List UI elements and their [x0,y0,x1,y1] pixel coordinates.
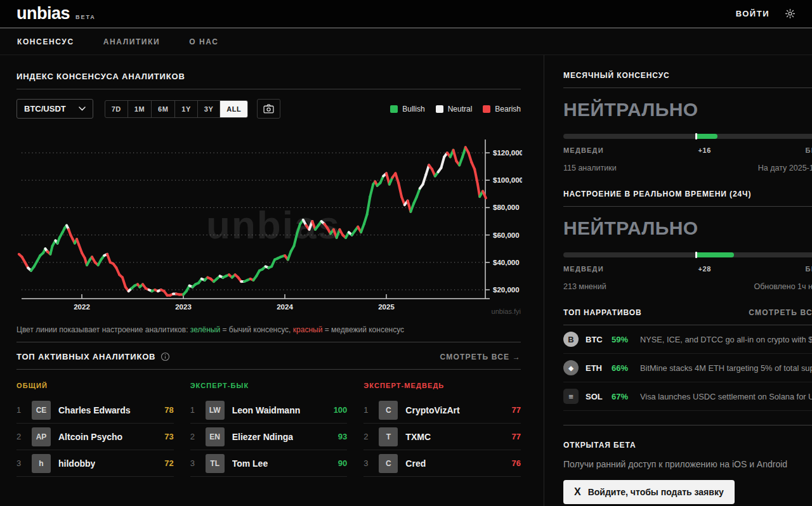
apply-login-button[interactable]: X Войдите, чтобы подать заявку [563,480,735,504]
avatar: T [379,427,398,446]
narratives-title: ТОП НАРРАТИВОВ [563,308,642,317]
eth-coin-icon: ◆ [563,360,579,375]
logo-wrap: unbias BETA [16,4,96,23]
analyst-name: Charles Edwards [58,405,131,415]
analyst-score: 72 [159,458,173,468]
analyst-row[interactable]: 3CCred76 [363,450,521,477]
analyst-row[interactable]: 2APAltcoin Psycho73 [16,424,174,450]
svg-text:$40,000: $40,000 [493,259,520,266]
analyst-score: 100 [329,405,348,415]
svg-text:$20,000: $20,000 [493,286,520,294]
analyst-rank: 2 [190,432,201,441]
gauge-value: +16 [698,146,711,154]
monthly-consensus-state: НЕЙТРАЛЬНО [563,99,812,120]
gear-icon[interactable] [785,8,796,19]
timeframe-button-7d[interactable]: 7D [105,101,128,117]
gauge-right-label: БЫКИ [806,265,812,273]
svg-text:$80,000: $80,000 [493,204,520,211]
analyst-row[interactable]: 3TLTom Lee90 [190,450,348,477]
camera-button[interactable] [257,99,280,119]
svg-text:2022: 2022 [74,303,90,311]
timeframe-button-1y[interactable]: 1Y [175,101,197,117]
analyst-name: CryptoVizArt [405,405,459,415]
narrative-symbol: BTC [586,335,605,344]
analysts-see-all-link[interactable]: СМОТРЕТЬ ВСЕ → [440,353,521,361]
narratives-list: BBTC59%NYSE, ICE, and DTCC go all-in on … [563,325,812,411]
analyst-name: Cred [405,458,426,469]
pair-select[interactable]: BTC/USDT [16,99,93,119]
analyst-score: 73 [159,432,173,441]
svg-text:2025: 2025 [378,303,395,311]
analyst-score: 76 [507,458,521,468]
nav-item-1[interactable]: АНАЛИТИКИ [103,37,160,46]
main-nav: КОНСЕНСУСАНАЛИТИКИО НАС [0,29,812,55]
analysts-header: ТОП АКТИВНЫХ АНАЛИТИКОВ СМОТРЕТЬ ВСЕ → [16,352,521,361]
gauge-center-marker [695,252,697,258]
analyst-rank: 1 [363,405,374,415]
analyst-score: 93 [333,432,347,441]
open-beta-text: Получи ранний доступ к приложению на iOS… [563,459,812,469]
analyst-row[interactable]: 2ENEliezer Ndinga93 [190,424,348,450]
narrative-headline: BitMine stacks 4M ETH targeting 5% of to… [640,363,812,373]
svg-text:$100,000: $100,000 [493,176,522,184]
content: ИНДЕКС КОНСЕНСУСА АНАЛИТИКОВ BTC/USDT 7D… [0,55,812,506]
camera-icon [263,104,274,114]
svg-text:2023: 2023 [175,303,192,311]
gauge-fill [697,134,718,139]
info-icon[interactable] [160,352,170,361]
timeframe-button-all[interactable]: ALL [220,101,247,117]
narrative-percent: 67% [612,392,633,401]
analyst-rank: 3 [16,458,27,468]
nav-item-0[interactable]: КОНСЕНСУС [17,37,74,46]
login-button[interactable]: ВОЙТИ [736,9,769,18]
analyst-score: 77 [507,405,521,415]
analyst-column-title: ОБЩИЙ [16,382,174,389]
narrative-symbol: ETH [586,363,605,373]
header-right: ВОЙТИ [736,8,796,19]
nav-item-2[interactable]: О НАС [189,37,218,46]
analyst-row[interactable]: 1CECharles Edwards78 [16,397,174,424]
analyst-column-2: ЭКСПЕРТ-МЕДВЕДЬ1CCryptoVizArt772TTXMC773… [363,382,521,477]
narrative-symbol: SOL [586,392,605,401]
timeframe-button-1m[interactable]: 1M [128,101,152,117]
narrative-row-btc[interactable]: BBTC59%NYSE, ICE, and DTCC go all-in on … [563,325,812,354]
narrative-row-sol[interactable]: ≡SOL67%Visa launches USDC settlement on … [563,382,812,411]
analyst-columns: ОБЩИЙ1CECharles Edwards782APAltcoin Psyc… [16,382,521,477]
analysts-title: ТОП АКТИВНЫХ АНАЛИТИКОВ [16,352,155,361]
analyst-column-0: ОБЩИЙ1CECharles Edwards782APAltcoin Psyc… [16,382,174,477]
realtime-sentiment-title: НАСТРОЕНИЕ В РЕАЛЬНОМ ВРЕМЕНИ (24Ч) [563,190,812,198]
analyst-row[interactable]: 3hhildobby72 [16,450,174,477]
sidebar: МЕСЯЧНЫЙ КОНСЕНСУС НЕЙТРАЛЬНО МЕДВЕДИ +1… [544,55,812,506]
analyst-row[interactable]: 1LWLeon Waidmann100 [190,397,348,424]
analyst-count: 115 аналитики [563,164,617,172]
analyst-column-1: ЭКСПЕРТ-БЫК1LWLeon Waidmann1002ENEliezer… [190,382,348,477]
analyst-row[interactable]: 2TTXMC77 [363,424,521,450]
legend-item-neutral: Neutral [436,105,473,114]
timeframe-button-6m[interactable]: 6M [152,101,175,117]
narrative-percent: 66% [612,363,633,373]
analyst-name: TXMC [405,432,431,442]
divider [563,88,812,88]
narrative-percent: 59% [612,335,633,344]
chart-attribution: unbias.fyi [492,308,521,315]
svg-text:$120,000: $120,000 [493,149,522,157]
analyst-row[interactable]: 1CCryptoVizArt77 [363,397,521,424]
realtime-sentiment-state: НЕЙТРАЛЬНО [563,217,812,239]
x-twitter-icon: X [574,487,581,497]
narrative-row-eth[interactable]: ◆ETH66%BitMine stacks 4M ETH targeting 5… [563,354,812,382]
chevron-down-icon [79,107,86,111]
gauge-right-label: БЫКИ [806,146,812,154]
timeframe-group: 7D1M6M1Y3YALL [105,100,248,118]
analyst-name: Tom Lee [232,458,268,469]
legend-item-bullish: Bullish [390,105,424,114]
divider [563,206,812,207]
analyst-rank: 3 [363,458,374,468]
timeframe-button-3y[interactable]: 3Y [198,101,220,117]
divider [16,369,521,370]
narrative-headline: Visa launches USDC settlement on Solana … [640,392,812,401]
avatar: TL [206,454,225,473]
apply-login-label: Войдите, чтобы подать заявку [588,487,724,497]
analyst-column-title: ЭКСПЕРТ-МЕДВЕДЬ [363,382,521,389]
avatar: CE [32,401,51,420]
narratives-see-all-link[interactable]: СМОТРЕТЬ ВСЕ → [749,308,812,317]
